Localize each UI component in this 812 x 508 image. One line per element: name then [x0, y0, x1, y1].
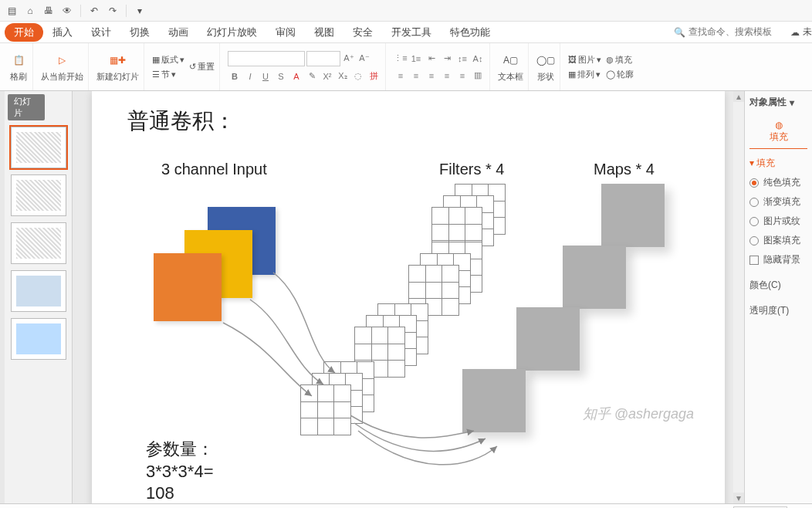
color-label[interactable]: 颜色(C): [749, 279, 807, 292]
checkbox-icon: [749, 256, 759, 265]
map-2[interactable]: [516, 307, 580, 371]
line-spacing-icon[interactable]: ↕≡: [455, 52, 469, 66]
underline-icon[interactable]: U: [259, 69, 272, 83]
paragraph-group: ⋮≡ 1≡ ⇤ ⇥ ↕≡ A↕ ≡ ≡ ≡ ≡ ≡ ▥: [389, 43, 490, 90]
opt-pattern-fill[interactable]: 图案填充: [749, 234, 807, 247]
align-center-icon[interactable]: ≡: [409, 69, 423, 83]
command-search[interactable]: 🔍 查找命令、搜索模板: [674, 25, 780, 39]
tab-start[interactable]: 开始: [5, 23, 43, 42]
picture-button[interactable]: 🖼图片▾: [568, 54, 601, 66]
from-current-group[interactable]: ▷ 从当前开始: [36, 43, 89, 90]
undo-icon[interactable]: ↶: [87, 4, 101, 18]
slide-page[interactable]: 普通卷积： 3 channel Input Filters * 4 Maps *…: [92, 91, 725, 503]
map-1[interactable]: [462, 369, 526, 432]
format-painter-group[interactable]: 📋 格刷: [5, 43, 33, 90]
pinyin-icon[interactable]: 拼: [367, 69, 381, 83]
tab-animation[interactable]: 动画: [159, 22, 198, 43]
thumbnail-3[interactable]: [11, 222, 66, 264]
label-input[interactable]: 3 channel Input: [161, 161, 267, 178]
textbox-group[interactable]: A▢ 文本框: [493, 43, 529, 90]
label-filters[interactable]: Filters * 4: [439, 161, 504, 178]
map-4[interactable]: [601, 184, 665, 247]
map-3[interactable]: [563, 246, 626, 309]
redo-icon[interactable]: ↷: [106, 4, 120, 18]
columns-icon[interactable]: ▥: [471, 69, 485, 83]
dropdown-icon[interactable]: ▾: [133, 4, 147, 18]
numbering-icon[interactable]: 1≡: [409, 52, 423, 66]
thumbnail-2[interactable]: [11, 174, 66, 216]
tab-features[interactable]: 特色功能: [441, 22, 499, 43]
shapes-group[interactable]: ◯▢ 形状: [532, 43, 560, 90]
clear-format-icon[interactable]: ◌: [351, 69, 365, 83]
align-left-icon[interactable]: ≡: [394, 69, 408, 83]
object-properties-panel: 对象属性▾ ◍ 填充 ▾ 填充 纯色填充 渐变填充 图片或纹 图案填充 隐藏背景…: [744, 91, 812, 503]
thumbnail-5[interactable]: [11, 318, 66, 360]
indent-inc-icon[interactable]: ⇥: [440, 52, 454, 66]
thumbnail-1[interactable]: [11, 127, 66, 168]
opt-gradient-fill[interactable]: 渐变填充: [749, 195, 807, 208]
bold-icon[interactable]: B: [228, 69, 242, 83]
label-maps[interactable]: Maps * 4: [594, 161, 655, 178]
home-icon[interactable]: ⌂: [23, 4, 37, 18]
panel-header[interactable]: 对象属性▾: [749, 96, 807, 109]
font-name-input[interactable]: [228, 51, 305, 66]
sync-status[interactable]: ☁ 未: [790, 25, 812, 39]
vertical-scrollbar[interactable]: ▴ ▾: [733, 91, 744, 503]
input-channel-orange[interactable]: [154, 253, 222, 321]
textbox-icon: A▢: [502, 51, 520, 69]
tab-transition[interactable]: 切换: [120, 22, 159, 43]
text-direction-icon[interactable]: A↕: [471, 52, 485, 66]
print-icon[interactable]: 🖶: [42, 4, 56, 18]
preview-icon[interactable]: 👁: [60, 4, 74, 18]
superscript-icon[interactable]: X²: [320, 69, 334, 83]
tab-security[interactable]: 安全: [343, 22, 382, 43]
opt-hide-bg[interactable]: 隐藏背景: [749, 253, 807, 266]
bullets-icon[interactable]: ⋮≡: [394, 52, 408, 66]
filter-1-c1[interactable]: [300, 384, 351, 435]
fill-tab[interactable]: ◍ 填充: [749, 115, 807, 149]
bucket-icon: ◍: [775, 120, 783, 130]
search-placeholder: 查找命令、搜索模板: [689, 25, 772, 39]
layout-button[interactable]: ▦版式▾: [152, 54, 184, 66]
indent-dec-icon[interactable]: ⇤: [425, 52, 438, 66]
decrease-font-icon[interactable]: A⁻: [357, 52, 371, 66]
scroll-down-icon[interactable]: ▾: [733, 493, 744, 503]
highlight-icon[interactable]: ✎: [305, 69, 319, 83]
tab-devtools[interactable]: 开发工具: [382, 22, 441, 43]
tab-slideshow[interactable]: 幻灯片放映: [198, 22, 266, 43]
strike-icon[interactable]: S: [274, 69, 288, 83]
reset-button[interactable]: ↺重置: [189, 61, 215, 73]
align-right-icon[interactable]: ≡: [425, 69, 438, 83]
increase-font-icon[interactable]: A⁺: [342, 52, 356, 66]
slide-title[interactable]: 普通卷积：: [127, 107, 235, 136]
scroll-up-icon[interactable]: ▴: [733, 91, 744, 102]
opt-solid-fill[interactable]: 纯色填充: [749, 176, 807, 189]
align-dist-icon[interactable]: ≡: [455, 69, 469, 83]
slide-canvas[interactable]: 普通卷积： 3 channel Input Filters * 4 Maps *…: [73, 91, 744, 503]
new-slide-group[interactable]: ▦✚ 新建幻灯片: [92, 43, 144, 90]
fill-button[interactable]: ◍填充: [606, 54, 634, 66]
cloud-icon: ☁: [790, 27, 800, 38]
font-color-icon[interactable]: A: [289, 69, 303, 83]
font-size-input[interactable]: [306, 51, 340, 66]
opt-picture-fill[interactable]: 图片或纹: [749, 215, 807, 228]
tab-review[interactable]: 审阅: [266, 22, 305, 43]
transparency-label[interactable]: 透明度(T): [749, 304, 807, 317]
param-block[interactable]: 参数量： 3*3*3*4= 108: [146, 439, 214, 503]
ribbon-tabs: 开始 插入 设计 切换 动画 幻灯片放映 审阅 视图 安全 开发工具 特色功能 …: [0, 22, 812, 43]
align-justify-icon[interactable]: ≡: [440, 69, 454, 83]
tab-design[interactable]: 设计: [82, 22, 120, 43]
thumbnails-header[interactable]: 幻灯片: [8, 94, 45, 120]
section-button[interactable]: ☰节▾: [152, 69, 184, 80]
tab-insert[interactable]: 插入: [43, 22, 82, 43]
paste-icon: 📋: [9, 51, 28, 69]
italic-icon[interactable]: I: [243, 69, 257, 83]
outline-button[interactable]: ◯轮廓: [606, 69, 634, 80]
fill-section-header[interactable]: ▾ 填充: [749, 157, 807, 170]
tab-view[interactable]: 视图: [305, 22, 343, 43]
thumbnail-4[interactable]: [11, 270, 66, 312]
subscript-icon[interactable]: X₂: [336, 69, 350, 83]
param-result: 108: [146, 483, 214, 503]
arrange-button[interactable]: ▦排列▾: [568, 69, 601, 80]
save-icon[interactable]: ▤: [5, 4, 19, 18]
